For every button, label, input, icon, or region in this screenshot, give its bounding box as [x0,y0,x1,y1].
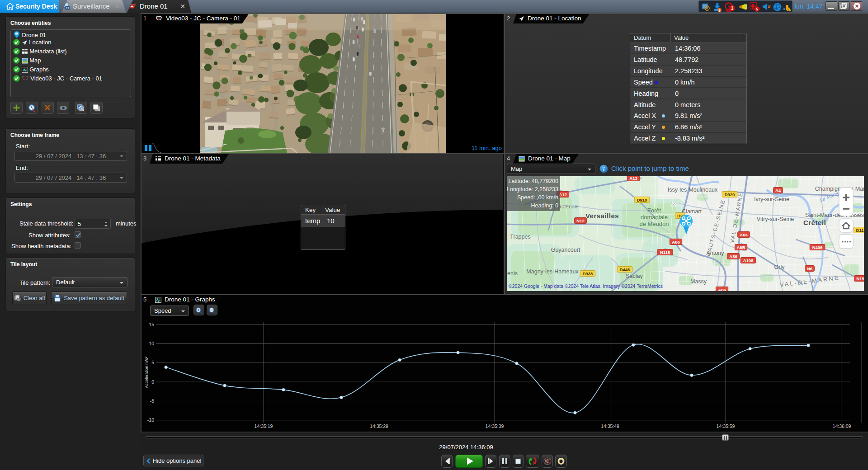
svg-text:Speed: ,00 km/h: Speed: ,00 km/h [517,194,558,201]
svg-text:N6: N6 [807,266,812,271]
svg-text:A6a: A6a [740,232,748,237]
svg-text:N406: N406 [812,245,823,250]
svg-text:A4: A4 [775,188,781,193]
svg-text:Magny-les-Hameaux: Magny-les-Hameaux [526,268,579,275]
svg-text:14:36:09: 14:36:09 [833,423,851,429]
svg-text:N12: N12 [576,218,584,223]
svg-text:A6B: A6B [736,245,745,250]
svg-text:Ivry-sur-Seine: Ivry-sur-Seine [754,196,789,202]
svg-text:D920: D920 [725,192,735,197]
svg-text:D910: D910 [637,197,647,202]
svg-text:Acceleration m/s²: Acceleration m/s² [144,357,149,388]
svg-text:Latitude: 48,779200: Latitude: 48,779200 [508,178,558,184]
svg-text:A106: A106 [743,258,754,263]
svg-text:-10: -10 [147,417,154,423]
svg-text:A86: A86 [718,287,726,291]
svg-text:!: ! [719,9,720,13]
svg-text:Guyancourt: Guyancourt [551,247,580,253]
svg-text:5: 5 [151,360,154,365]
svg-text:A86: A86 [729,254,737,259]
svg-text:14:35:29: 14:35:29 [370,423,388,429]
svg-text:0: 0 [151,379,154,385]
svg-text:14:35:49: 14:35:49 [601,423,619,429]
svg-text:Massy: Massy [690,278,707,285]
svg-text:A86: A86 [672,240,679,244]
svg-text:©2024 Google - Map data ©2024: ©2024 Google - Map data ©2024 Tele Atlas… [509,283,663,289]
svg-text:de Meudon: de Meudon [639,221,669,227]
svg-text:Orly: Orly [774,264,785,270]
svg-text:A13: A13 [629,176,637,181]
svg-text:D938: D938 [583,271,593,276]
svg-text:Saint-Maur-des-Fossés: Saint-Maur-des-Fossés [805,212,864,218]
svg-text:1: 1 [731,6,734,11]
svg-text:N19: N19 [856,276,864,281]
svg-text:Trappes: Trappes [510,234,530,240]
svg-text:i: i [603,166,605,173]
svg-text:Heading: 0: Heading: 0 [531,202,559,209]
svg-text:14:35:59: 14:35:59 [717,423,735,429]
svg-text:Vitry-sur-Seine: Vitry-sur-Seine [757,216,794,222]
svg-text:10: 10 [149,341,154,346]
svg-text:Issy-les-Moulineaux: Issy-les-Moulineaux [668,187,718,193]
svg-text:N118: N118 [660,250,670,255]
svg-text:5: 5 [756,6,759,11]
svg-text:D446: D446 [620,267,630,272]
svg-text:D11: D11 [856,228,864,233]
svg-text:!: ! [788,8,789,11]
svg-text:14:35:39: 14:35:39 [486,423,504,429]
svg-text:Saclay: Saclay [626,273,643,279]
svg-text:-5: -5 [150,398,154,404]
svg-text:Versailles: Versailles [585,212,619,220]
svg-text:14:35:19: 14:35:19 [255,423,273,429]
svg-text:domaniale: domaniale [641,214,668,221]
svg-text:15: 15 [149,322,154,327]
svg-text:Denis: Denis [507,270,518,277]
svg-text:Créteil: Créteil [803,219,826,226]
svg-text:Forêt: Forêt [647,207,661,214]
svg-text:Longitude: 2,258233: Longitude: 2,258233 [507,186,558,193]
